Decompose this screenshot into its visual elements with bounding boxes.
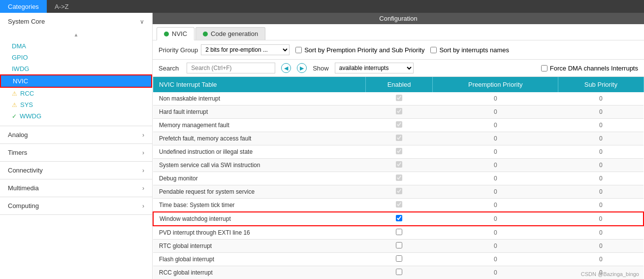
enabled-cell[interactable] [365,199,433,212]
enabled-cell[interactable] [365,172,433,185]
computing-header[interactable]: Computing › [0,197,152,214]
sort-preemption-checkbox[interactable] [295,47,302,53]
connectivity-header[interactable]: Connectivity › [0,162,152,179]
wwdg-label: WWDG [20,112,41,120]
preemption-cell: 0 [433,119,558,132]
multimedia-chevron: › [142,185,144,192]
connectivity-label: Connectivity [8,167,43,174]
enabled-cell[interactable] [365,226,433,240]
col-sub-priority: Sub Priority [558,77,644,92]
sub-priority-cell: 0 [558,240,644,253]
search-input[interactable] [187,63,275,73]
enabled-cell[interactable] [365,159,433,172]
enabled-cell[interactable] [365,240,433,253]
config-tabs: NVIC Code generation [153,24,644,40]
interrupt-name: Memory management fault [153,119,365,132]
timers-header[interactable]: Timers › [0,144,152,161]
sub-priority-cell: 0 [558,172,644,185]
interrupt-name: Prefetch fault, memory access fault [153,132,365,145]
wwdg-check-icon: ✓ [12,113,17,120]
preemption-cell: 0 [433,266,558,279]
tab-categories[interactable]: Categories [0,0,47,13]
nvic-tab-label: NVIC [172,30,187,37]
preemption-cell: 0 [433,253,558,266]
connectivity-section: Connectivity › [0,162,152,179]
sub-priority-cell: 0 [558,105,644,119]
nvic-table-wrapper: NVIC Interrupt Table Enabled Preemption … [153,77,644,279]
table-row: Memory management fault00 [153,119,644,132]
dma-label: DMA [12,42,26,50]
sys-label: SYS [20,101,33,108]
force-dma-group: Force DMA channels Interrupts [541,65,638,72]
sidebar-item-gpio[interactable]: GPIO [0,52,152,63]
sidebar: System Core ∨ ▲ DMA GPIO IWDG NVIC ⚠ [0,13,153,279]
nvic-table: NVIC Interrupt Table Enabled Preemption … [153,77,644,279]
interrupt-name: Flash global interrupt [153,253,365,266]
col-enabled: Enabled [365,77,433,92]
enabled-cell[interactable] [365,145,433,159]
tab-code-generation[interactable]: Code generation [195,27,265,40]
preemption-cell: 0 [433,212,558,226]
preemption-cell: 0 [433,132,558,145]
priority-group-select[interactable]: 2 bits for pre-emption ... [201,44,290,55]
search-label: Search [159,65,179,72]
gpio-label: GPIO [12,54,28,61]
interrupt-name: Undefined instruction or illegal state [153,145,365,159]
interrupt-name: Pendable request for system service [153,185,365,199]
top-bar: Categories A->Z [0,0,644,13]
sys-warning-icon: ⚠ [12,102,17,108]
analog-header[interactable]: Analog › [0,126,152,143]
tab-nvic[interactable]: NVIC [157,27,194,40]
multimedia-section: Multimedia › [0,179,152,197]
rcc-label: RCC [20,90,34,97]
system-core-section: System Core ∨ ▲ DMA GPIO IWDG NVIC ⚠ [0,13,152,126]
show-label: Show [313,65,329,72]
interrupt-name: Non maskable interrupt [153,92,365,105]
table-row: System service call via SWI instruction0… [153,159,644,172]
enabled-cell[interactable] [365,92,433,105]
priority-group-control: Priority Group 2 bits for pre-emption ..… [159,44,290,55]
multimedia-label: Multimedia [8,184,39,192]
enabled-cell[interactable] [365,132,433,145]
enabled-cell[interactable] [365,266,433,279]
timers-chevron: › [142,149,144,156]
sort-interrupts-checkbox[interactable] [430,47,437,53]
codegen-tab-dot [203,32,208,36]
sidebar-item-nvic[interactable]: NVIC [0,74,152,88]
force-dma-label: Force DMA channels Interrupts [550,65,638,72]
table-row: Hard fault interrupt00 [153,105,644,119]
interrupt-name: Debug monitor [153,172,365,185]
sidebar-item-rcc[interactable]: ⚠ RCC [0,88,152,99]
enabled-cell[interactable] [365,185,433,199]
sidebar-item-wwdg[interactable]: ✓ WWDG [0,110,152,122]
enabled-cell[interactable] [365,212,433,226]
show-select[interactable]: available interrupts [335,63,414,73]
scroll-up-arrow[interactable]: ▲ [0,30,152,39]
interrupt-name: RCC global interrupt [153,266,365,279]
col-interrupt-name: NVIC Interrupt Table [153,77,365,92]
sidebar-item-sys[interactable]: ⚠ SYS [0,99,152,110]
table-row: Window watchdog interrupt00 [153,212,644,226]
preemption-cell: 0 [433,145,558,159]
enabled-cell[interactable] [365,119,433,132]
table-row: Time base: System tick timer00 [153,199,644,212]
system-core-header[interactable]: System Core ∨ [0,13,152,30]
search-next-button[interactable]: ▶ [297,63,307,73]
enabled-cell[interactable] [365,253,433,266]
search-prev-button[interactable]: ◀ [281,63,291,73]
sidebar-item-iwdg[interactable]: IWDG [0,63,152,74]
sub-priority-cell: 0 [558,199,644,212]
interrupt-name: PVD interrupt through EXTI line 16 [153,226,365,240]
sub-priority-cell: 0 [558,185,644,199]
multimedia-header[interactable]: Multimedia › [0,179,152,197]
sub-priority-cell: 0 [558,212,644,226]
computing-label: Computing [8,202,39,209]
table-row: Prefetch fault, memory access fault00 [153,132,644,145]
force-dma-checkbox[interactable] [541,65,547,71]
config-body: NVIC Code generation Priority Group 2 bi… [153,24,644,279]
system-core-chevron: ∨ [140,18,144,25]
sub-priority-cell: 0 [558,132,644,145]
sidebar-item-dma[interactable]: DMA [0,40,152,52]
tab-atoz[interactable]: A->Z [47,0,77,13]
enabled-cell[interactable] [365,105,433,119]
